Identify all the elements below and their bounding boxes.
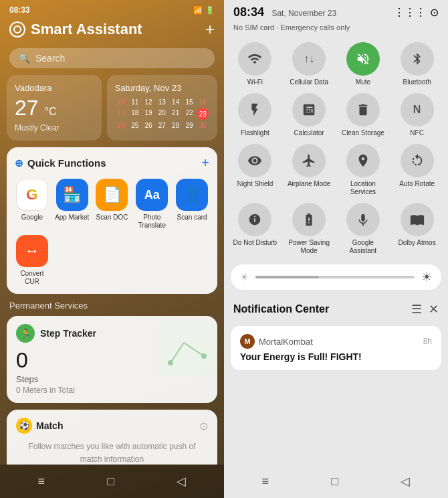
cal-day: 20 — [156, 108, 169, 120]
calculator-toggle-circle — [292, 93, 326, 127]
cellular-label: Cellular Data — [290, 78, 328, 86]
tracker-icon: 🏃 — [16, 324, 35, 343]
toggle-wifi[interactable]: Wi-Fi — [231, 42, 279, 86]
cal-day: 25 — [128, 120, 141, 131]
quick-item-scan-card[interactable]: 👤 Scan card — [175, 179, 209, 230]
dolby-label: Dolby Atmos — [399, 239, 436, 247]
clean-storage-label: Clean Storage — [342, 129, 384, 137]
weather-temp: 27 °C — [15, 96, 94, 120]
quick-functions-header: ⊕ Quick Functions + — [15, 155, 209, 171]
cal-day: 15 — [183, 97, 195, 107]
svg-point-4 — [168, 360, 173, 365]
quick-item-appmarket[interactable]: 🏪 App Market — [55, 179, 90, 230]
google-assistant-label: Google Assistant — [339, 239, 388, 255]
add-button[interactable]: + — [205, 20, 215, 39]
notif-app-name: MortalKombat — [259, 337, 313, 347]
page-title: Smart Assistant — [31, 21, 142, 38]
auto-rotate-toggle-circle — [401, 144, 434, 177]
cal-today: 23 — [197, 108, 209, 120]
toggles-grid-row3: Night Shield Airplane Mode Location Serv… — [231, 144, 441, 196]
notif-message: Your Energy is Full! FIGHT! — [240, 351, 432, 362]
match-card: ⚽ Match ⊙ Follow matches you like with a… — [7, 410, 217, 465]
quick-functions-title: ⊕ Quick Functions — [15, 157, 106, 169]
smart-assistant-title: Smart Assistant — [9, 21, 142, 38]
match-desc: Follow matches you like with automatic p… — [16, 440, 208, 465]
airplane-label: Airplane Mode — [288, 180, 330, 188]
toggles-grid-row4: Do Not Disturb Power Saving Mode Google … — [231, 203, 441, 255]
toggle-flashlight[interactable]: Flashlight — [231, 93, 279, 137]
search-placeholder: Search — [35, 53, 65, 64]
toggle-dnd[interactable]: Do Not Disturb — [231, 203, 279, 255]
right-back-button[interactable]: ◁ — [393, 471, 418, 491]
quick-item-scan-doc[interactable]: 📄 Scan DOC — [95, 179, 130, 230]
match-settings-icon[interactable]: ⊙ — [199, 420, 208, 432]
menu-button[interactable]: ≡ — [30, 472, 53, 491]
home-button[interactable]: □ — [99, 472, 122, 491]
cal-day: 28 — [169, 120, 182, 131]
right-menu-button[interactable]: ≡ — [254, 472, 277, 491]
toggle-bluetooth[interactable]: Bluetooth — [393, 42, 441, 86]
toggle-calculator[interactable]: Calculator — [285, 93, 334, 137]
svg-point-5 — [201, 353, 207, 359]
brightness-fill — [255, 276, 319, 278]
cal-day: 21 — [169, 108, 182, 120]
dnd-label: Do Not Disturb — [233, 239, 277, 247]
google-assistant-toggle-circle — [346, 203, 380, 236]
left-time: 08:33 — [9, 5, 30, 15]
toggle-nfc[interactable]: N NFC — [393, 93, 441, 137]
map-decoration — [157, 323, 217, 376]
bluetooth-toggle-circle — [401, 42, 434, 76]
power-saving-label: Power Saving Mode — [285, 239, 334, 255]
quick-functions-add[interactable]: + — [201, 155, 209, 171]
cal-day: 22 — [183, 108, 195, 120]
back-button[interactable]: ◁ — [169, 471, 194, 491]
brightness-slider[interactable] — [255, 276, 415, 278]
right-home-button[interactable]: □ — [323, 472, 346, 491]
toggle-dolby[interactable]: Dolby Atmos — [393, 203, 441, 255]
brightness-bar[interactable]: ☀ ☀ — [231, 264, 441, 290]
calendar-grid: 10 11 12 13 14 15 16 17 18 19 20 21 22 2… — [115, 97, 209, 131]
search-bar[interactable]: 🔍 Search — [9, 48, 215, 68]
weather-card: Vadodara 27 °C Mostly Clear — [7, 75, 102, 141]
toggle-auto-rotate[interactable]: Auto Rotate — [393, 144, 441, 196]
toggle-clean-storage[interactable]: Clean Storage — [339, 93, 388, 137]
left-status-bar: 08:33 📶 🔋 — [0, 0, 224, 17]
wifi-icon: 📶 — [193, 6, 203, 15]
permanent-services-label: Permanent Services — [7, 301, 217, 311]
night-shield-toggle-circle — [238, 144, 271, 177]
brightness-high-icon: ☀ — [421, 270, 432, 284]
toggle-cellular[interactable]: ↑↓ Cellular Data — [285, 42, 334, 86]
quick-item-convert-cur[interactable]: ↔ Convert CUR — [15, 235, 49, 286]
toggle-mute[interactable]: Mute — [339, 42, 388, 86]
camera-icon[interactable]: ⊙ — [430, 6, 439, 19]
toggles-grid-row2: Flashlight Calculator Clean Storage N — [231, 93, 441, 137]
quick-item-photo-translate[interactable]: Aa Photo Translate — [134, 179, 169, 230]
quick-label-appmarket: App Market — [55, 214, 89, 222]
cal-day: 26 — [142, 120, 154, 131]
quick-label-convert-cur: Convert CUR — [15, 270, 49, 286]
notification-item: M MortalKombat 8h Your Energy is Full! F… — [231, 326, 441, 370]
left-panel: 08:33 📶 🔋 Smart Assistant + 🔍 Search Vad… — [0, 0, 224, 498]
left-bottom-nav: ≡ □ ◁ — [0, 465, 224, 498]
toggle-airplane[interactable]: Airplane Mode — [285, 144, 334, 196]
toggle-night-shield[interactable]: Night Shield — [231, 144, 279, 196]
quick-label-scan-doc: Scan DOC — [96, 214, 128, 222]
right-bottom-nav: ≡ □ ◁ — [224, 465, 448, 498]
grid-icon[interactable]: ⋮⋮⋮ — [394, 6, 426, 19]
battery-icon: 🔋 — [205, 6, 215, 15]
match-icon: ⚽ — [16, 418, 32, 434]
toggle-power-saving[interactable]: Power Saving Mode — [285, 203, 334, 255]
nc-clear-icon[interactable]: ✕ — [429, 302, 439, 317]
flashlight-label: Flashlight — [241, 129, 269, 137]
right-date: Sat, November 23 — [271, 9, 336, 18]
mute-label: Mute — [356, 78, 370, 86]
notif-avatar: M — [240, 334, 255, 349]
toggle-location[interactable]: Location Services — [339, 144, 388, 196]
cal-day: 19 — [142, 108, 154, 120]
nc-manage-icon[interactable]: ☰ — [411, 302, 422, 317]
dolby-toggle-circle — [401, 203, 434, 236]
auto-rotate-label: Auto Rotate — [399, 180, 435, 188]
right-time-date: 08:34 Sat, November 23 — [233, 5, 336, 19]
toggle-google-assistant[interactable]: Google Assistant — [339, 203, 388, 255]
quick-item-google[interactable]: G Google — [15, 179, 49, 230]
